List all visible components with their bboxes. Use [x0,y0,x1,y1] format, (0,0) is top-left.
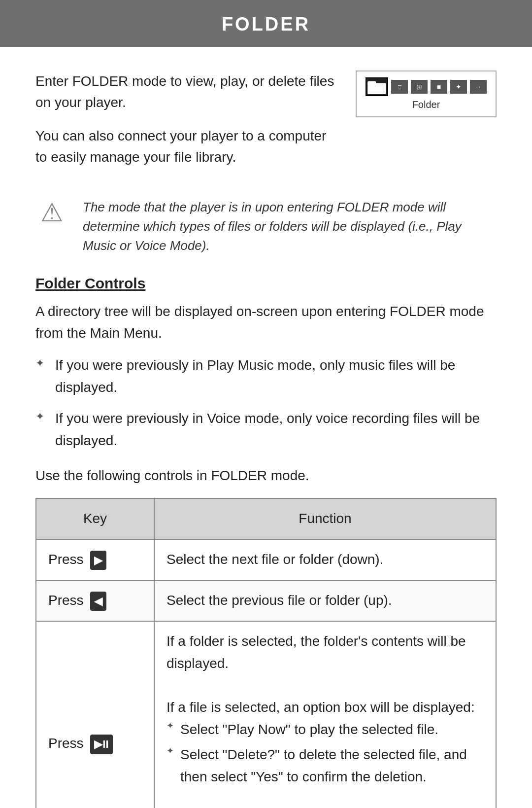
folder-icon-box: ≡ ⊞ ■ ✦ → Folder [356,70,497,117]
function-cell-next: Select the next file or folder (down). [154,539,496,580]
main-content: Enter FOLDER mode to view, play, or dele… [0,47,532,808]
table-header: Key Function [36,498,496,539]
prev-icon: ◀ [94,593,102,610]
folder-icons-row: ≡ ⊞ ■ ✦ → [366,77,487,96]
controls-table: Key Function Press ▶ Select the next fil… [35,498,497,808]
press-label-3: Press [48,736,84,751]
intro-text: Enter FOLDER mode to view, play, or dele… [35,70,356,180]
table-body: Press ▶ Select the next file or folder (… [36,539,496,808]
folder-icon-selected [366,77,388,96]
page-header: FOLDER [0,0,532,47]
table-row: Press ▶ Select the next file or folder (… [36,539,496,580]
key-cell-playpause: Press ▶II [36,621,154,808]
mode-icon-4: ✦ [450,80,467,94]
bullet-item-2: If you were previously in Voice mode, on… [35,408,497,452]
key-cell-next: Press ▶ [36,539,154,580]
intro-para2: You can also connect your player to a co… [35,125,336,168]
table-row: Press ◀ Select the previous file or fold… [36,580,496,621]
warning-text: The mode that the player is in upon ente… [83,198,492,255]
press-label-2: Press [48,593,84,608]
intro-section: Enter FOLDER mode to view, play, or dele… [35,70,497,180]
folder-controls-heading: Folder Controls [35,275,497,292]
page-title: FOLDER [0,14,532,35]
func-file-selected: If a file is selected, an option box wil… [166,697,484,719]
press-label-1: Press [48,552,84,567]
col-key: Key [36,498,154,539]
table-row: Press ▶II If a folder is selected, the f… [36,621,496,808]
play-pause-icon: ▶II [94,736,108,753]
play-pause-button-badge: ▶II [90,735,112,754]
folder-label: Folder [412,99,440,110]
col-function: Function [154,498,496,539]
warning-box: ⚠ The mode that the player is in upon en… [35,198,497,255]
mode-icon-1: ≡ [391,80,408,94]
key-cell-prev: Press ◀ [36,580,154,621]
next-icon: ▶ [94,552,102,569]
mode-icon-2: ⊞ [411,80,428,94]
warning-icon: ⚠ [40,200,68,225]
intro-para1: Enter FOLDER mode to view, play, or dele… [35,70,336,113]
func-play-now: Select "Play Now" to play the selected f… [166,719,484,741]
svg-rect-1 [367,81,376,85]
use-line: Use the following controls in FOLDER mod… [35,465,497,486]
bullet-list: If you were previously in Play Music mod… [35,354,497,452]
func-folder-selected: If a folder is selected, the folder's co… [166,631,484,675]
next-button-badge: ▶ [90,551,106,570]
mode-icon-5: → [470,80,487,94]
function-cell-prev: Select the previous file or folder (up). [154,580,496,621]
directory-para: A directory tree will be displayed on-sc… [35,301,497,345]
prev-button-badge: ◀ [90,592,106,611]
bullet-item-1: If you were previously in Play Music mod… [35,354,497,399]
func-delete: Select "Delete?" to delete the selected … [166,744,484,788]
table-header-row: Key Function [36,498,496,539]
function-cell-playpause: If a folder is selected, the folder's co… [154,621,496,808]
mode-icon-3: ■ [431,80,447,94]
